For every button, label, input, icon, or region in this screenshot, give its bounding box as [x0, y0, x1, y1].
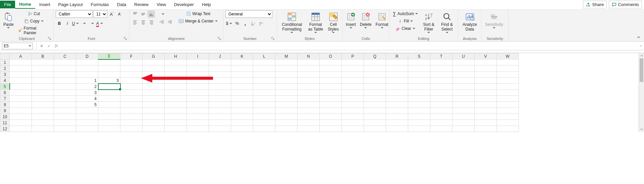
cell-U7[interactable] [452, 96, 475, 102]
row-header-2[interactable]: 2 [0, 65, 10, 72]
cell-C7[interactable] [54, 96, 76, 102]
col-header-J[interactable]: J [209, 53, 231, 59]
bold-button[interactable]: B [56, 20, 63, 27]
cell-A8[interactable] [10, 102, 32, 108]
cell-V4[interactable] [475, 78, 497, 84]
cell-F12[interactable] [120, 126, 143, 132]
cell-V3[interactable] [475, 72, 497, 78]
font-size-select[interactable]: 11 [93, 10, 107, 18]
select-all-corner[interactable] [0, 53, 10, 59]
cell-D5[interactable]: 2 [76, 84, 98, 90]
italic-button[interactable]: I [64, 20, 71, 27]
cell-C12[interactable] [54, 126, 76, 132]
cell-G7[interactable] [143, 96, 165, 102]
cell-H9[interactable] [165, 108, 187, 114]
cell-A9[interactable] [10, 108, 32, 114]
copy-button[interactable]: Copy [16, 18, 51, 25]
cell-L7[interactable] [253, 96, 275, 102]
cell-K8[interactable] [231, 102, 253, 108]
alignment-dialog-launcher[interactable] [217, 36, 221, 40]
cell-A7[interactable] [10, 96, 32, 102]
cell-F3[interactable] [120, 72, 143, 78]
cell-T7[interactable] [430, 96, 452, 102]
row-header-11[interactable]: 11 [0, 120, 10, 126]
cell-A11[interactable] [10, 120, 32, 126]
col-header-E[interactable]: E [98, 53, 120, 59]
cell-Q10[interactable] [364, 114, 386, 120]
font-color-button[interactable]: A [96, 20, 103, 27]
cell-L12[interactable] [253, 126, 275, 132]
cell-I3[interactable] [187, 72, 209, 78]
row-header-8[interactable]: 8 [0, 102, 10, 108]
cell-P6[interactable] [342, 90, 364, 96]
cell-W2[interactable] [497, 65, 519, 72]
cell-V6[interactable] [475, 90, 497, 96]
cell-U12[interactable] [452, 126, 475, 132]
col-header-V[interactable]: V [475, 53, 497, 59]
cell-Q8[interactable] [364, 102, 386, 108]
sort-filter-button[interactable]: AZ Sort & Filter [421, 10, 437, 34]
insert-function-button[interactable]: fx [53, 42, 60, 50]
cell-U2[interactable] [452, 65, 475, 72]
cell-Q4[interactable] [364, 78, 386, 84]
cut-button[interactable]: Cut [16, 10, 51, 17]
font-name-select[interactable]: Calibri [56, 10, 93, 18]
cell-A12[interactable] [10, 126, 32, 132]
cell-G12[interactable] [143, 126, 165, 132]
cell-W12[interactable] [497, 126, 519, 132]
cell-L1[interactable] [253, 59, 275, 65]
cell-A5[interactable] [10, 84, 32, 90]
cell-S4[interactable] [408, 78, 430, 84]
cell-V7[interactable] [475, 96, 497, 102]
col-header-I[interactable]: I [187, 53, 209, 59]
delete-cells-button[interactable]: Delete [359, 10, 373, 29]
cell-D1[interactable] [76, 59, 98, 65]
cell-C9[interactable] [54, 108, 76, 114]
cell-K10[interactable] [231, 114, 253, 120]
cell-R9[interactable] [386, 108, 408, 114]
cell-H1[interactable] [165, 59, 187, 65]
cell-T9[interactable] [430, 108, 452, 114]
cell-E4[interactable]: 3 [98, 78, 120, 84]
cell-W11[interactable] [497, 120, 519, 126]
tab-help[interactable]: Help [198, 1, 215, 8]
cell-S5[interactable] [408, 84, 430, 90]
col-header-A[interactable]: A [10, 53, 32, 59]
cell-L6[interactable] [253, 90, 275, 96]
cell-G2[interactable] [143, 65, 165, 72]
cell-T4[interactable] [430, 78, 452, 84]
cell-L8[interactable] [253, 102, 275, 108]
cell-H3[interactable] [165, 72, 187, 78]
cell-D3[interactable] [76, 72, 98, 78]
cell-V1[interactable] [475, 59, 497, 65]
row-header-10[interactable]: 10 [0, 114, 10, 120]
cell-W1[interactable] [497, 59, 519, 65]
cell-V8[interactable] [475, 102, 497, 108]
cell-H2[interactable] [165, 65, 187, 72]
increase-indent-button[interactable] [166, 18, 174, 26]
row-header-3[interactable]: 3 [0, 72, 10, 78]
align-right-button[interactable] [148, 18, 155, 26]
font-dialog-launcher[interactable] [123, 36, 127, 40]
cell-J8[interactable] [209, 102, 231, 108]
tab-file[interactable]: File [0, 1, 15, 8]
cell-I7[interactable] [187, 96, 209, 102]
cell-L3[interactable] [253, 72, 275, 78]
find-select-button[interactable]: Find & Select [438, 10, 456, 34]
cell-S11[interactable] [408, 120, 430, 126]
cell-N3[interactable] [298, 72, 320, 78]
cell-D12[interactable] [76, 126, 98, 132]
decrease-font-button[interactable]: Aˇ [116, 10, 123, 18]
cell-D11[interactable] [76, 120, 98, 126]
cell-C1[interactable] [54, 59, 76, 65]
wrap-text-button[interactable]: Wrap Text [177, 10, 219, 17]
cell-E9[interactable] [98, 108, 120, 114]
cell-U5[interactable] [452, 84, 475, 90]
cell-B1[interactable] [32, 59, 54, 65]
insert-cells-button[interactable]: Insert [344, 10, 357, 29]
name-box[interactable]: E5 [2, 43, 33, 49]
cell-W7[interactable] [497, 96, 519, 102]
cell-W4[interactable] [497, 78, 519, 84]
cell-T8[interactable] [430, 102, 452, 108]
analyze-data-button[interactable]: Analyze Data [460, 10, 479, 33]
